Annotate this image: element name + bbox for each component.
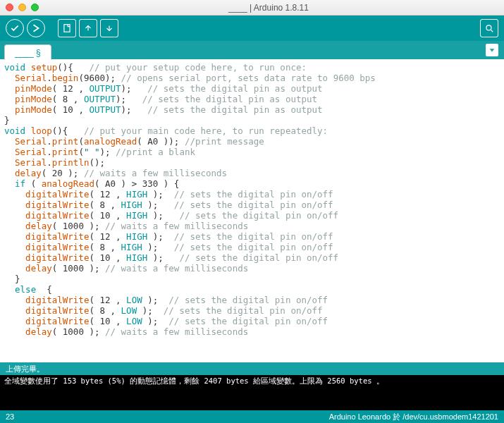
board-port-info: Arduino Leonardo 於 /dev/cu.usbmodem14212… — [329, 412, 498, 422]
console-output[interactable]: 全域變數使用了 153 bytes (5%) 的動態記憶體，剩餘 2407 by… — [0, 375, 504, 410]
window-titlebar: ____ | Arduino 1.8.11 — [0, 0, 504, 16]
code-line[interactable]: void loop(){ // put your main code here,… — [4, 125, 500, 136]
new-sketch-button[interactable] — [58, 19, 76, 37]
status-line: 上傳完畢。 — [0, 362, 504, 375]
svg-rect-0 — [64, 25, 70, 32]
code-line[interactable]: if ( analogRead( A0 ) > 330 ) { — [4, 178, 500, 189]
serial-monitor-button[interactable] — [480, 19, 498, 37]
tab-bar: ____ § — [0, 41, 504, 59]
code-line[interactable]: digitalWrite( 10 , HIGH ); // sets the d… — [4, 252, 500, 263]
code-line[interactable]: delay( 1000 ); // waits a few millisecon… — [4, 263, 500, 274]
code-line[interactable]: pinMode( 8 , OUTPUT); // sets the digita… — [4, 94, 500, 104]
code-line[interactable]: Serial.print(analogRead( A0 )); //print … — [4, 136, 500, 147]
code-line[interactable]: pinMode( 10 , OUTPUT); // sets the digit… — [4, 104, 500, 115]
minimize-window-button[interactable] — [18, 4, 26, 11]
code-line[interactable]: digitalWrite( 10 , HIGH ); // sets the d… — [4, 210, 500, 221]
code-line[interactable]: digitalWrite( 12 , HIGH ); // sets the d… — [4, 189, 500, 200]
code-line[interactable]: digitalWrite( 12 , HIGH ); // sets the d… — [4, 231, 500, 242]
verify-button[interactable] — [6, 19, 24, 37]
code-editor[interactable]: void setup(){ // put your setup code her… — [0, 59, 504, 362]
code-line[interactable]: delay( 20 ); // waits a few milliseconds — [4, 168, 500, 178]
code-line[interactable]: delay( 1000 ); // waits a few millisecon… — [4, 326, 500, 337]
code-line[interactable]: Serial.println(); — [4, 157, 500, 168]
upload-button[interactable] — [27, 19, 45, 37]
code-line[interactable]: void setup(){ // put your setup code her… — [4, 62, 500, 73]
code-line[interactable]: digitalWrite( 8 , HIGH ); // sets the di… — [4, 200, 500, 210]
svg-line-2 — [491, 30, 493, 32]
sketch-tab[interactable]: ____ § — [4, 44, 51, 60]
close-window-button[interactable] — [6, 4, 13, 11]
code-line[interactable]: } — [4, 274, 500, 284]
toolbar — [0, 16, 504, 41]
code-line[interactable]: pinMode( 12 , OUTPUT); // sets the digit… — [4, 83, 500, 94]
code-line[interactable]: digitalWrite( 8 , HIGH ); // sets the di… — [4, 242, 500, 252]
window-title: ____ | Arduino 1.8.11 — [39, 3, 498, 13]
code-line[interactable]: } — [4, 115, 500, 125]
save-sketch-button[interactable] — [100, 19, 118, 37]
svg-point-1 — [486, 25, 491, 30]
code-line[interactable]: digitalWrite( 12 , LOW ); // sets the di… — [4, 295, 500, 305]
code-line[interactable]: else { — [4, 284, 500, 295]
code-line[interactable]: delay( 1000 ); // waits a few millisecon… — [4, 221, 500, 231]
code-line[interactable]: digitalWrite( 10 , LOW ); // sets the di… — [4, 316, 500, 326]
svg-marker-3 — [490, 49, 495, 51]
open-sketch-button[interactable] — [79, 19, 97, 37]
line-number: 23 — [6, 412, 14, 421]
maximize-window-button[interactable] — [31, 4, 39, 11]
code-line[interactable]: digitalWrite( 8 , LOW ); // sets the dig… — [4, 305, 500, 316]
code-line[interactable]: Serial.begin(9600); // opens serial port… — [4, 73, 500, 83]
code-line[interactable]: Serial.print(" "); //print a blank — [4, 147, 500, 157]
tab-menu-button[interactable] — [486, 44, 498, 56]
footer-bar: 23 Arduino Leonardo 於 /dev/cu.usbmodem14… — [0, 410, 504, 423]
